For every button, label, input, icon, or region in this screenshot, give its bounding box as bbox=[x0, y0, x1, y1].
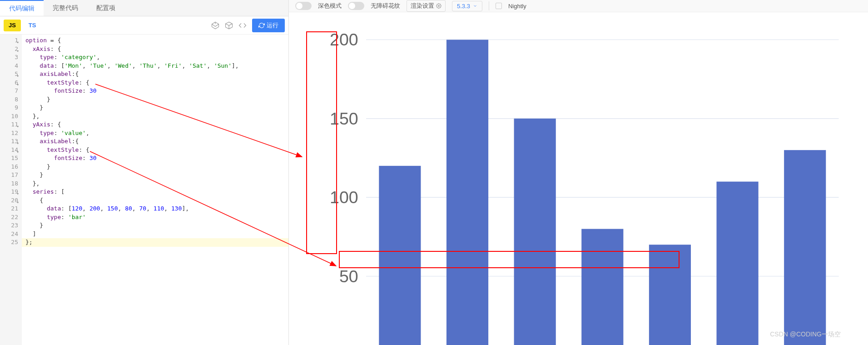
preview-toolbar: 深色模式 无障碍花纹 渲染设置 5.3.3 Nightly bbox=[289, 0, 868, 12]
svg-text:50: 50 bbox=[339, 267, 358, 286]
editor-panel: 代码编辑 完整代码 配置项 JS TS 运行 1▾2▾345▾6▾7891011… bbox=[0, 0, 289, 345]
line-gutter: 1▾2▾345▾6▾7891011▾1213▾14▾1516171819▾20▾… bbox=[0, 35, 22, 345]
bar-chart: 050100150200MonTueWedThuFriSatSun bbox=[307, 26, 845, 345]
svg-rect-18 bbox=[446, 40, 488, 345]
chevron-down-icon bbox=[473, 4, 477, 8]
chart-container: 050100150200MonTueWedThuFriSatSun bbox=[289, 12, 868, 345]
svg-line-2 bbox=[215, 24, 219, 26]
refresh-icon bbox=[258, 22, 265, 29]
divider bbox=[489, 1, 489, 10]
a11y-toggle[interactable] bbox=[348, 2, 364, 10]
tab-code-edit[interactable]: 代码编辑 bbox=[0, 0, 44, 16]
lang-ts-button[interactable]: TS bbox=[24, 20, 41, 31]
preview-panel: 深色模式 无障碍花纹 渲染设置 5.3.3 Nightly 0501001502… bbox=[289, 0, 868, 345]
run-button-label: 运行 bbox=[267, 21, 278, 30]
dark-mode-toggle[interactable] bbox=[295, 2, 312, 10]
svg-line-1 bbox=[212, 24, 216, 26]
svg-point-4 bbox=[438, 5, 440, 7]
render-settings-button[interactable]: 渲染设置 bbox=[407, 0, 446, 12]
svg-rect-21 bbox=[514, 119, 556, 345]
tab-full-code[interactable]: 完整代码 bbox=[44, 0, 87, 16]
nightly-checkbox[interactable] bbox=[496, 3, 502, 9]
cube-icon[interactable] bbox=[222, 19, 236, 32]
code-content[interactable]: option = { xAxis: { type: 'category', da… bbox=[22, 35, 288, 345]
svg-text:150: 150 bbox=[330, 109, 358, 128]
render-settings-label: 渲染设置 bbox=[411, 2, 434, 10]
svg-rect-24 bbox=[581, 229, 623, 345]
svg-rect-33 bbox=[784, 150, 826, 345]
run-button[interactable]: 运行 bbox=[252, 19, 285, 32]
dark-mode-label: 深色模式 bbox=[318, 2, 342, 10]
lang-js-button[interactable]: JS bbox=[4, 20, 21, 31]
code-editor[interactable]: 1▾2▾345▾6▾7891011▾1213▾14▾1516171819▾20▾… bbox=[0, 35, 288, 345]
svg-rect-15 bbox=[379, 166, 421, 345]
nightly-label: Nightly bbox=[508, 3, 526, 10]
codepen-icon[interactable] bbox=[208, 19, 222, 32]
code-icon[interactable] bbox=[236, 19, 249, 32]
svg-rect-27 bbox=[649, 245, 691, 345]
version-label: 5.3.3 bbox=[457, 3, 470, 10]
version-select[interactable]: 5.3.3 bbox=[452, 1, 482, 11]
gear-icon bbox=[436, 3, 441, 9]
language-toolbar: JS TS 运行 bbox=[0, 16, 288, 35]
svg-text:200: 200 bbox=[330, 30, 358, 49]
svg-text:100: 100 bbox=[330, 188, 358, 207]
svg-rect-30 bbox=[717, 182, 759, 345]
watermark: CSDN @CODING一场空 bbox=[770, 330, 841, 339]
a11y-label: 无障碍花纹 bbox=[371, 2, 400, 10]
editor-tabs: 代码编辑 完整代码 配置项 bbox=[0, 0, 288, 16]
tab-config[interactable]: 配置项 bbox=[87, 0, 124, 16]
